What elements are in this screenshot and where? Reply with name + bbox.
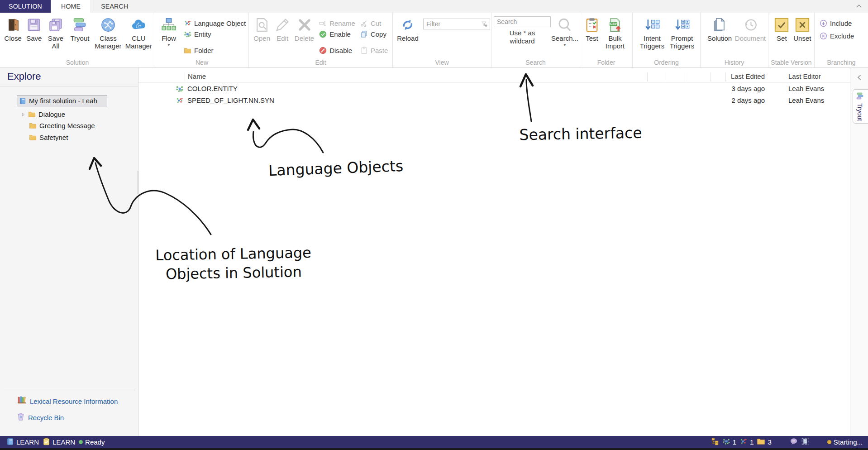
status-ready-indicator: Ready [79,438,105,446]
exclude-button[interactable]: Exclude [820,31,854,40]
flow-button[interactable]: Flow ▼ [157,15,180,47]
include-button-label: Include [830,19,852,27]
expander-icon[interactable] [21,112,25,117]
tree-item-greeting-message[interactable]: Greeting Message [29,120,95,131]
filter-field-wrap [423,19,490,29]
table-row[interactable]: SPEED_OF_LIGHT.NN.SYN 2 days ago Leah Ev… [138,95,850,106]
group-label-branching: Branching [815,59,868,66]
entity-button[interactable]: Entity [184,29,246,38]
tab-search[interactable]: SEARCH [91,0,138,13]
language-object-icon [184,19,191,27]
tab-solution[interactable]: SOLUTION [0,0,51,13]
lexical-resource-link[interactable]: Lexical Resource Information [17,396,118,406]
entity-count-value: 1 [733,438,736,446]
filter-input[interactable] [423,19,490,29]
tree-item-label: Dialogue [38,110,65,118]
close-button[interactable]: Close [2,15,24,42]
ribbon: Close Save Save All Tryout Class Manager [0,13,868,68]
folder-icon [29,134,37,141]
test-button[interactable]: Test [582,15,601,42]
intent-triggers-button[interactable]: Intent Triggers [637,15,667,50]
edit-pencil-icon [275,16,290,34]
group-label-stable-version: Stable Version [768,59,814,66]
save-all-button[interactable]: Save All [44,15,67,50]
folder-button[interactable]: Folder [184,46,246,55]
bulk-import-button[interactable]: CSV Bulk Import [601,15,629,50]
tryout-side-tab[interactable]: Tryout [853,89,868,124]
status-solution-name: LEARN [16,438,39,446]
tryout-button[interactable]: Tryout [67,15,93,42]
collapse-ribbon-icon[interactable] [855,3,863,10]
column-header-last-editor[interactable]: Last Editor [788,72,821,80]
tree-item-safetynet[interactable]: Safetynet [29,132,68,143]
paste-button: Paste [360,46,391,55]
row-last-edited: 3 days ago [688,85,765,92]
solution-history-icon [712,16,727,34]
tab-home[interactable]: HOME [51,0,91,13]
tree-item-dialogue[interactable]: Dialogue [21,109,65,120]
delete-x-icon [297,16,312,34]
ribbon-group-ordering: Intent Triggers Prompt Triggers Ordering [633,13,701,67]
save-button-label: Save [26,34,42,42]
table-row[interactable]: COLOR.ENTITY 3 days ago Leah Evans [138,83,850,95]
status-language-object-count: 1 [739,437,754,447]
history-document-button: Document [734,15,767,42]
ribbon-group-history: Solution Document History [701,13,768,67]
document-history-icon [743,16,758,34]
starting-dot-icon [827,440,831,444]
save-all-icon [48,16,63,34]
language-object-icon [176,96,184,105]
column-header-name[interactable]: Name [188,72,206,80]
row-name: SPEED_OF_LIGHT.NN.SYN [187,96,274,104]
row-name: COLOR.ENTITY [187,85,238,92]
disable-button-label: Disable [329,47,352,54]
unset-stable-button[interactable]: Unset [792,15,813,42]
status-entity-count: 1 [722,437,736,447]
entity-button-label: Entity [194,30,211,38]
enable-button[interactable]: Enable [319,29,360,38]
header-separator [685,72,685,81]
clu-manager-button[interactable]: CLU Manager [124,15,154,50]
enable-check-icon [319,30,327,38]
group-label-new: New [155,59,248,66]
flow-dropdown-caret-icon[interactable]: ▼ [167,43,171,47]
csv-import-icon: CSV [607,16,623,34]
save-button[interactable]: Save [24,15,45,42]
content-area: Name Last Edited Last Editor COLOR.ENTIT… [138,68,850,436]
column-header-last-edited[interactable]: Last Edited [688,72,765,80]
delete-button: Delete [292,15,316,42]
unset-stable-button-label: Unset [793,34,811,42]
status-ready-label: Ready [85,438,105,446]
links-divider [4,390,135,390]
language-object-button[interactable]: Language Object [184,19,246,28]
search-dropdown-caret-icon[interactable]: ▼ [563,43,567,47]
copy-button[interactable]: Copy [360,29,391,38]
recycle-bin-link[interactable]: Recycle Bin [17,412,64,422]
history-solution-button[interactable]: Solution [705,15,734,42]
tree-item-label: My first solution - Leah [29,97,97,105]
right-gutter: Tryout [850,68,868,436]
include-icon [820,19,827,27]
rename-button: Rename [319,19,360,28]
include-button[interactable]: Include [820,19,854,28]
prompt-triggers-button[interactable]: Prompt Triggers [667,15,697,50]
close-door-icon [5,16,21,34]
folder-icon [184,47,191,54]
search-button[interactable]: Search... ▼ [551,15,579,47]
comment-bubble-icon [790,437,798,447]
ribbon-group-new: Flow ▼ Language Object Entity Folder [155,13,249,67]
tree-item-solution-root[interactable]: My first solution - Leah [17,95,107,106]
recycle-bin-icon [17,412,25,423]
status-starting-label: Starting... [834,438,863,446]
explorer-title: Explore [7,71,41,82]
open-button: Open [251,15,272,42]
filter-funnel-icon[interactable] [481,20,488,28]
reload-button[interactable]: Reload [395,15,420,42]
tree-item-label: Safetynet [39,134,68,141]
disable-icon [319,47,327,54]
search-input[interactable] [494,16,551,27]
class-manager-button[interactable]: Class Manager [93,15,123,50]
collapse-panel-chevron-icon[interactable] [856,74,863,81]
disable-button[interactable]: Disable [319,46,360,55]
set-stable-button[interactable]: Set [772,15,792,42]
